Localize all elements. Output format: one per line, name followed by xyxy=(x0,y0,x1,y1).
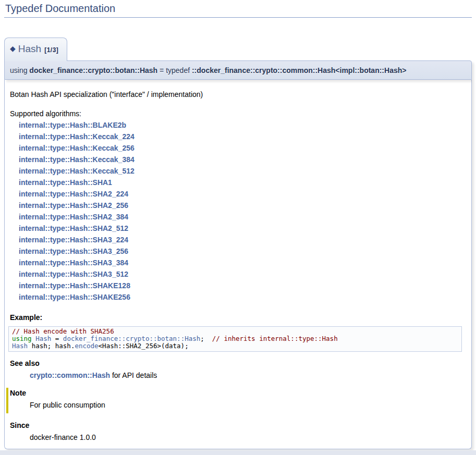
code-link[interactable]: Hash xyxy=(35,335,51,342)
overload-badge: [1/3] xyxy=(44,46,58,54)
code-token-keyword: using xyxy=(12,335,32,342)
algorithm-link[interactable]: internal::type::Hash::SHAKE128 xyxy=(19,280,466,291)
algorithm-link[interactable]: internal::type::Hash::SHA2_256 xyxy=(19,200,466,211)
proto-keyword: using xyxy=(10,66,27,75)
example-label: Example: xyxy=(10,313,466,323)
algorithm-link[interactable]: internal::type::Hash::SHA1 xyxy=(19,177,466,188)
see-also-content: crypto::common::Hash for API details xyxy=(30,370,466,380)
note-callout: Note For public consumption xyxy=(6,388,466,413)
code-token-plain: = xyxy=(51,335,63,342)
example-section: Example: xyxy=(10,313,466,323)
see-also-text: for API details xyxy=(112,371,157,379)
member-doc: Botan Hash API specialization ("interfac… xyxy=(4,80,472,449)
algorithm-link[interactable]: internal::type::Hash::SHA3_224 xyxy=(19,234,466,245)
code-token-comment: // Hash encode with SHA256 xyxy=(12,327,114,335)
page-bottom-shadow xyxy=(0,450,476,455)
member-tab: ◆Hash[1/3] xyxy=(4,38,67,61)
code-token-comment: // inherits internal::type::Hash xyxy=(212,335,338,342)
page-title: Typedef Documentation xyxy=(4,2,472,18)
algorithm-link[interactable]: internal::type::Hash::SHA2_384 xyxy=(19,211,466,223)
member-description: Botan Hash API specialization ("interfac… xyxy=(10,89,466,100)
code-link[interactable]: encode xyxy=(75,342,98,350)
algorithm-link[interactable]: internal::type::Hash::SHA3_256 xyxy=(19,245,466,257)
algorithm-link[interactable]: internal::type::Hash::SHA3_512 xyxy=(19,268,466,280)
supported-algorithms-block: Supported algorithms: internal::type::Ha… xyxy=(10,108,466,303)
since-label: Since xyxy=(10,421,466,431)
algorithm-link[interactable]: internal::type::Hash::BLAKE2b xyxy=(19,119,466,131)
code-line: using Hash = docker_finance::crypto::bot… xyxy=(12,335,458,342)
code-token-plain: <Hash::SHA2_256>(data); xyxy=(99,342,189,350)
code-line: // Hash encode with SHA256 xyxy=(12,328,458,335)
code-link[interactable]: Hash xyxy=(12,342,28,350)
permalink-diamond-icon[interactable]: ◆ xyxy=(10,44,16,53)
algorithm-link[interactable]: internal::type::Hash::SHA2_224 xyxy=(19,188,466,200)
member-prototype: using docker_finance::crypto::botan::Has… xyxy=(4,60,472,80)
see-also-section: See also crypto::common::Hash for API de… xyxy=(10,359,466,380)
algorithm-link[interactable]: internal::type::Hash::SHA3_384 xyxy=(19,257,466,268)
algorithm-link[interactable]: internal::type::Hash::Keccak_384 xyxy=(19,154,466,165)
page-content: Typedef Documentation ◆Hash[1/3] using d… xyxy=(0,0,476,449)
see-also-link[interactable]: crypto::common::Hash xyxy=(30,371,110,379)
member-name: Hash xyxy=(18,43,41,54)
proto-target: ::docker_finance::crypto::common::Hash<i… xyxy=(192,66,406,75)
note-label: Note xyxy=(10,388,466,398)
code-token-plain: ; xyxy=(200,335,212,342)
since-section: Since docker-finance 1.0.0 xyxy=(10,421,466,442)
proto-connector: = typedef xyxy=(160,66,190,75)
see-also-label: See also xyxy=(10,359,466,368)
algorithm-link[interactable]: internal::type::Hash::Keccak_512 xyxy=(19,165,466,177)
algorithm-link[interactable]: internal::type::Hash::Keccak_256 xyxy=(19,142,466,154)
algorithm-link[interactable]: internal::type::Hash::SHAKE256 xyxy=(19,291,466,303)
code-line: Hash hash; hash.encode<Hash::SHA2_256>(d… xyxy=(12,342,458,350)
algorithms-label: Supported algorithms: xyxy=(10,108,466,119)
code-link[interactable]: docker_finance::crypto::botan::Hash xyxy=(63,335,200,342)
algorithm-link[interactable]: internal::type::Hash::SHA2_512 xyxy=(19,223,466,234)
since-text: docker-finance 1.0.0 xyxy=(30,432,466,442)
code-example: // Hash encode with SHA256using Hash = d… xyxy=(8,326,462,352)
code-token-plain: hash; hash. xyxy=(28,342,75,350)
proto-name: docker_finance::crypto::botan::Hash xyxy=(29,66,157,75)
note-text: For public consumption xyxy=(30,400,466,410)
algorithm-links: internal::type::Hash::BLAKE2binternal::t… xyxy=(10,119,466,303)
algorithm-link[interactable]: internal::type::Hash::Keccak_224 xyxy=(19,131,466,142)
